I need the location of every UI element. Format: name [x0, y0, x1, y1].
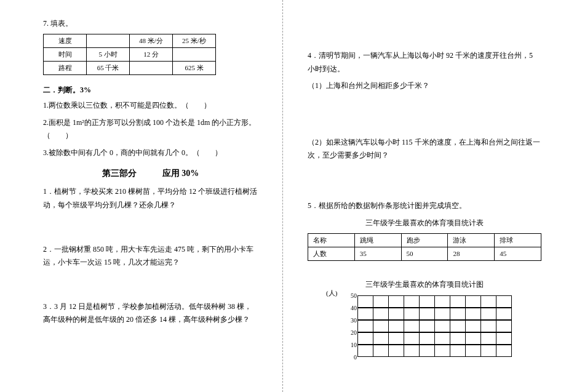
y-tick: 0: [346, 351, 357, 364]
table-row: 路程 65 千米 625 米: [44, 62, 216, 75]
question-1: 1．植树节，学校买来 210 棵树苗，平均分给 12 个班级进行植树活动，每个班…: [43, 185, 258, 212]
cell: 28: [448, 247, 495, 260]
judge-item: 2.面积是 1m²的正方形可以分割成 100 个边长是 1dm 的小正方形。（ …: [43, 116, 258, 143]
q7-title: 7. 填表。: [43, 18, 258, 29]
y-tick: 10: [346, 339, 357, 351]
table-row: 人数 35 50 28 45: [308, 247, 541, 260]
chart-title: 三年级学生最喜欢的体育项目统计图: [308, 279, 541, 290]
stats-table: 名称 跳绳 跑步 游泳 排球 人数 35 50 28 45: [308, 233, 541, 261]
q5-intro: 5．根据所给的数据制作条形统计图并完成填空。: [308, 199, 541, 213]
chart-grid: [358, 296, 518, 358]
y-tick: 40: [346, 302, 357, 314]
q4-part2: （2）如果这辆汽车以每小时 115 千米的速度，在上海和台州之间往返一次，至少需…: [308, 136, 541, 162]
cell: [87, 34, 130, 48]
left-column: 7. 填表。 速度 48 米/分 25 米/秒 时间 5 小时 12 分 路程 …: [0, 0, 283, 392]
cell: 人数: [308, 247, 355, 260]
q4-part1: （1）上海和台州之间相距多少千米？: [308, 79, 541, 93]
question-2: 2．一批钢材重 850 吨，用大卡车先运走 475 吨，剩下的用小卡车运，小卡车…: [43, 243, 258, 270]
cell: 48 米/分: [130, 34, 173, 48]
cell: [173, 48, 216, 62]
cell: [130, 62, 173, 75]
cell: 625 米: [173, 62, 216, 75]
cell: 时间: [44, 48, 87, 62]
cell: 排球: [495, 233, 541, 247]
question-3: 3．3 月 12 日是植树节，学校参加植树活动。低年级种树 38 棵，高年级种的…: [43, 300, 258, 327]
y-tick: 30: [346, 314, 357, 327]
y-axis: 50 40 30 20 10 0: [346, 296, 357, 370]
cell: 路程: [44, 62, 87, 75]
cell: 25 米/秒: [173, 34, 216, 48]
chart-area: 三年级学生最喜欢的体育项目统计图 (人) 50 40 30 20 10 0: [308, 279, 541, 382]
chart-wrap: (人) 50 40 30 20 10 0: [332, 296, 541, 382]
cell: 45: [495, 247, 541, 260]
cell: 游泳: [448, 233, 495, 247]
right-column: 4．清明节期间，一辆汽车从上海以每小时 92 千米的速度开往台州，5 小时到达。…: [283, 0, 566, 392]
cell: 12 分: [130, 48, 173, 62]
cell: 5 小时: [87, 48, 130, 62]
part3-title: 第三部分 应用 30%: [43, 168, 258, 179]
judge-item: 1.两位数乘以三位数，积不可能是四位数。（ ）: [43, 99, 258, 113]
cell: 35: [354, 247, 401, 260]
table-row: 名称 跳绳 跑步 游泳 排球: [308, 233, 541, 247]
cell: 65 千米: [87, 62, 130, 75]
q7-table: 速度 48 米/分 25 米/秒 时间 5 小时 12 分 路程 65 千米 6…: [43, 34, 216, 75]
y-axis-unit: (人): [326, 289, 337, 298]
judge-item: 3.被除数中间有几个 0，商的中间就有几个 0。（ ）: [43, 146, 258, 160]
table-row: 时间 5 小时 12 分: [44, 48, 216, 62]
cell: 50: [401, 247, 448, 260]
y-tick: 50: [346, 290, 357, 302]
q4-intro: 4．清明节期间，一辆汽车从上海以每小时 92 千米的速度开往台州，5 小时到达。: [308, 49, 541, 76]
stats-table-title: 三年级学生最喜欢的体育项目统计表: [308, 218, 541, 228]
cell: 速度: [44, 34, 87, 48]
table-row: 速度 48 米/分 25 米/秒: [44, 34, 216, 48]
cell: 跳绳: [354, 233, 401, 247]
cell: 名称: [308, 233, 355, 247]
y-tick: 20: [346, 327, 357, 339]
section2-title: 二．判断。3%: [43, 85, 258, 95]
cell: 跑步: [401, 233, 448, 247]
